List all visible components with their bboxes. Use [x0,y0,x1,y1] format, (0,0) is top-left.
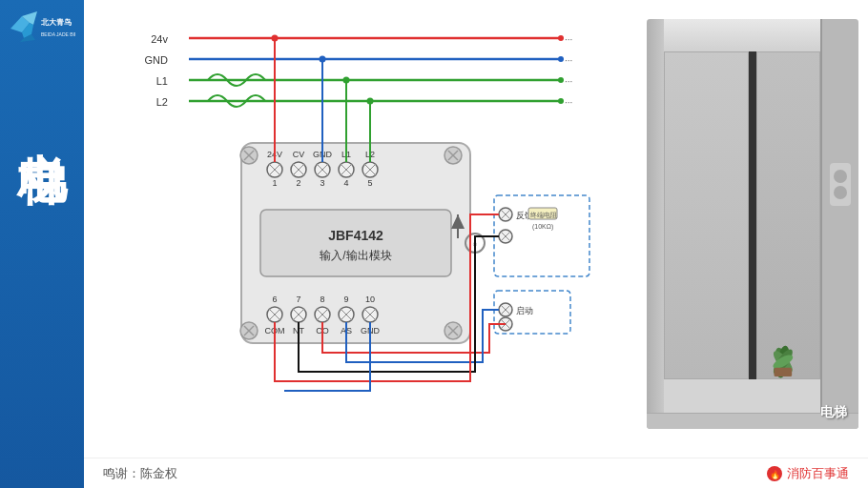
credit-text: 鸣谢：陈金权 [103,465,177,482]
svg-point-16 [558,98,564,104]
svg-text:JBF4142: JBF4142 [328,228,383,243]
svg-text:GND: GND [145,54,169,66]
svg-text:输入/输出模块: 输入/输出模块 [320,249,391,262]
diagram-area: ··· ··· ··· ··· 24v GND L1 L2 JBF4142 输入… [84,0,868,458]
elevator-photo-label: 电梯 [820,404,847,421]
svg-text:CV: CV [293,150,305,159]
main-content: ··· ··· ··· ··· 24v GND L1 L2 JBF4142 输入… [84,0,868,488]
svg-text:终端电阻: 终端电阻 [530,212,557,218]
svg-text:8: 8 [320,295,324,304]
brand-logo: 🔥 消防百事通 [766,465,849,482]
svg-text:2: 2 [296,178,300,188]
svg-point-93 [272,35,279,42]
elevator-door-left [664,51,749,379]
elevator-photo: 电梯 [647,19,858,429]
svg-text:1: 1 [272,178,277,188]
svg-text:24v: 24v [151,33,168,45]
svg-point-95 [320,56,326,63]
svg-text:L1: L1 [156,75,168,87]
svg-text:···: ··· [565,34,572,45]
svg-text:3: 3 [320,178,324,188]
sidebar: 北大青鸟 BEIDA JADE BIRD 电梯 [0,0,84,488]
svg-point-97 [343,77,350,84]
svg-text:启动: 启动 [516,306,533,315]
wiring-diagram: ··· ··· ··· ··· 24v GND L1 L2 JBF4142 输入… [93,10,647,448]
svg-text:4: 4 [343,178,348,188]
svg-text:L2: L2 [156,96,168,108]
elevator-photo-section: 电梯 [647,19,858,429]
svg-point-10 [558,35,564,41]
svg-point-14 [558,77,564,83]
logo: 北大青鸟 BEIDA JADE BIRD [9,10,75,46]
svg-text:10: 10 [365,295,375,304]
svg-text:🔥: 🔥 [770,469,781,480]
svg-text:···: ··· [565,76,572,87]
fire-icon: 🔥 [766,465,783,482]
svg-text:(10KΩ): (10KΩ) [532,223,553,231]
svg-text:···: ··· [565,97,572,108]
svg-text:7: 7 [296,295,300,304]
sidebar-title: 电梯 [17,112,67,120]
elevator-door-frame [647,19,858,429]
svg-point-99 [367,98,374,105]
svg-text:6: 6 [272,295,277,304]
svg-text:BEIDA JADE BIRD: BEIDA JADE BIRD [41,31,75,37]
brand-name: 消防百事通 [787,465,849,482]
svg-point-12 [558,56,564,62]
svg-rect-27 [457,214,459,238]
logo-area: 北大青鸟 BEIDA JADE BIRD [0,0,84,55]
footer: 鸣谢：陈金权 🔥 消防百事通 [84,458,868,488]
svg-text:北大青鸟: 北大青鸟 [40,18,72,27]
svg-rect-23 [260,210,451,276]
svg-rect-124 [775,368,793,376]
svg-text:9: 9 [343,295,348,304]
svg-text:···: ··· [565,55,572,66]
svg-text:5: 5 [367,178,372,188]
